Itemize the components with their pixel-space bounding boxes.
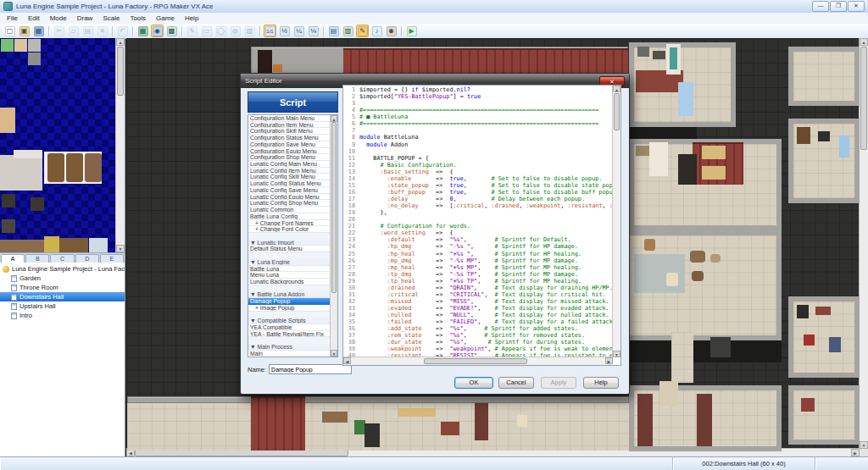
code-line[interactable]: 17 :delay => 0, # Delay between each pop… xyxy=(343,196,612,202)
script-list-scroll-thumb[interactable] xyxy=(331,122,337,293)
tree-root-project[interactable]: Luna Engine Sample Project - Luna Factor… xyxy=(0,264,125,274)
code-line[interactable]: 32 :missed => "MISS", # Text display for… xyxy=(343,298,612,305)
palette-tile[interactable] xyxy=(44,236,59,252)
palette-tile[interactable] xyxy=(0,240,44,252)
menu-draw[interactable]: Draw xyxy=(72,13,98,24)
scroll-up-icon[interactable]: ▲ xyxy=(116,38,125,46)
code-line[interactable]: 33 :evaded => "EVADE!", # Text display f… xyxy=(343,305,612,312)
menu-scale[interactable]: Scale xyxy=(97,13,125,24)
script-list-item[interactable]: Lunatic Config Status Menu xyxy=(248,180,331,187)
code-line[interactable]: 20 xyxy=(343,216,612,223)
region-mode-button[interactable]: ▩ xyxy=(165,25,178,37)
code-line[interactable]: 2$imported["YES-BattlePopup"] = true xyxy=(343,93,612,100)
script-list-item[interactable]: Lunatic Config Item Menu xyxy=(248,168,331,174)
character-generator-button[interactable]: ☻ xyxy=(385,25,398,37)
cancel-button[interactable]: Cancel xyxy=(498,377,534,389)
scroll-right-icon[interactable]: ▶ xyxy=(605,357,613,364)
code-line[interactable]: 30 :drained => "DRAIN", # Text display f… xyxy=(343,285,612,291)
code-line[interactable]: 10 xyxy=(343,148,612,155)
code-line[interactable]: 25 :hp_heal => "+%s ", # Sprintf for HP … xyxy=(343,251,612,257)
script-list-item[interactable]: ▼ Lunatic Import xyxy=(248,240,331,246)
palette-scroll-thumb[interactable] xyxy=(117,47,124,96)
code-line[interactable]: 35 :failed => "FAILED", # Text display f… xyxy=(343,318,612,325)
script-list-item[interactable]: Configuration Shop Menu xyxy=(248,154,331,161)
code-line[interactable]: 24 :hp_dmg => "-%s ", # Sprintf for HP d… xyxy=(343,243,612,250)
scroll-down-icon[interactable]: ▼ xyxy=(116,245,125,252)
code-vertical-scrollbar[interactable]: ▲ ▼ xyxy=(612,86,620,357)
maximize-button[interactable]: ❐ xyxy=(830,1,847,12)
tileset-tab-c[interactable]: C xyxy=(50,254,74,263)
palette-tile[interactable] xyxy=(47,153,64,182)
script-list-item[interactable]: Lunatic Config Skill Menu xyxy=(248,174,331,180)
palette-tile[interactable] xyxy=(59,238,88,252)
scroll-down-icon[interactable]: ▼ xyxy=(331,350,337,357)
sound-test-button[interactable]: ♪ xyxy=(370,25,383,37)
palette-tile[interactable] xyxy=(85,153,102,182)
scroll-down-icon[interactable]: ▼ xyxy=(860,441,868,449)
palette-tile[interactable] xyxy=(28,39,41,52)
script-list-item[interactable]: + Change Font Names xyxy=(248,220,331,227)
playtest-button[interactable]: ▶ xyxy=(405,25,418,37)
zoom-1-2-button[interactable]: ½ xyxy=(278,25,291,37)
palette-tile[interactable] xyxy=(0,108,15,133)
map-hscroll-thumb[interactable] xyxy=(135,450,348,456)
code-line[interactable]: 38 :dur_state => "%s", # Sprintf for dur… xyxy=(343,339,612,346)
code-line[interactable]: 1$imported = {} if $imported.nil? xyxy=(343,86,612,93)
map-vertical-scrollbar[interactable]: ▲ ▼ xyxy=(859,38,868,449)
code-line[interactable]: 19 }, xyxy=(343,209,612,216)
code-line[interactable]: 26 :mp_dmg => "-%s MP", # Sprintf for MP… xyxy=(343,257,612,264)
script-list-item[interactable]: Lunatic Config Main Menu xyxy=(248,161,331,168)
zoom-1-8-button[interactable]: ⅛ xyxy=(307,25,320,37)
close-button[interactable]: ✕ xyxy=(848,1,865,12)
scroll-up-icon[interactable]: ▲ xyxy=(860,38,868,46)
script-list-item[interactable]: + Change Font Color xyxy=(248,226,331,233)
zoom-1-4-button[interactable]: ¼ xyxy=(292,25,305,37)
code-hscroll-thumb[interactable] xyxy=(424,358,527,364)
new-project-button[interactable]: ▢ xyxy=(3,25,16,37)
code-line[interactable]: 21 # Configuration for words. xyxy=(343,223,612,229)
tileset-tab-b[interactable]: B xyxy=(25,254,49,263)
code-line[interactable]: 8module BattleLuna xyxy=(343,134,612,141)
script-list-item-selected[interactable]: Damage Popup xyxy=(248,298,331,305)
save-project-button[interactable]: ▦ xyxy=(32,25,45,37)
tree-item-throne-room[interactable]: Throne Room xyxy=(0,283,125,292)
code-horizontal-scrollbar[interactable]: ◀ ▶ xyxy=(343,357,613,365)
palette-tile[interactable] xyxy=(14,150,42,158)
tree-item-intro[interactable]: Intro xyxy=(0,311,125,320)
code-line[interactable]: 22 :word_setting => { xyxy=(343,229,612,236)
event-mode-button[interactable]: ◉ xyxy=(151,25,164,37)
script-list-item[interactable]: Configuration Status Menu xyxy=(248,135,331,141)
scroll-down-icon[interactable]: ▼ xyxy=(613,351,620,357)
code-line[interactable]: 34 :nulled => "NULL", # Text display for… xyxy=(343,312,612,318)
palette-tile[interactable] xyxy=(1,39,14,52)
palette-tile[interactable] xyxy=(89,238,108,252)
script-list-item[interactable]: Main xyxy=(248,351,331,357)
menu-game[interactable]: Game xyxy=(151,13,180,24)
palette-tile[interactable] xyxy=(0,155,42,191)
script-list-item[interactable]: Configuration Equip Menu xyxy=(248,148,331,155)
code-line[interactable]: 18 :no_delay => [:critical, :drained, :w… xyxy=(343,202,612,209)
script-list-item[interactable]: Lunatic Config Equip Menu xyxy=(248,194,331,201)
script-list-item[interactable]: Menu Luna xyxy=(248,272,331,279)
script-list-item[interactable]: ▼ Compatible Scripts xyxy=(248,318,331,324)
script-list-item[interactable]: YEA Compatible xyxy=(248,324,331,331)
tileset-palette[interactable]: ▲ ▼ xyxy=(0,38,125,252)
code-line[interactable]: 15 :state_popup => true, # Set to false … xyxy=(343,182,612,189)
code-line[interactable]: 28 :tp_dmg => "-%s TP", # Sprintf for MP… xyxy=(343,271,612,278)
code-line[interactable]: 14 :enable => true, # Set to false to di… xyxy=(343,175,612,182)
script-list-item[interactable]: Configuration Main Menu xyxy=(248,115,331,122)
code-line[interactable]: 23 :default => "%s", # Sprintf for Defau… xyxy=(343,236,612,243)
code-vscroll-thumb[interactable] xyxy=(614,93,620,130)
help-button[interactable]: Help xyxy=(583,377,619,389)
script-list-item[interactable]: Default Status Menu xyxy=(248,246,331,252)
script-list-item[interactable]: Lunatic Config Shop Menu xyxy=(248,200,331,207)
code-line[interactable]: 27 :mp_heal => "+%s MP", # Sprintf for M… xyxy=(343,264,612,271)
script-list-item[interactable]: YEA - Battle Revival/Item Fix xyxy=(248,331,331,338)
minimize-button[interactable]: — xyxy=(812,1,829,12)
script-list-item[interactable]: ▼ Battle Luna Addon xyxy=(248,291,331,298)
tree-item-upstairs-hall[interactable]: Upstairs Hall xyxy=(0,301,125,311)
database-button[interactable]: ▤ xyxy=(327,25,340,37)
code-line[interactable]: 4#======================================… xyxy=(343,107,612,113)
code-line[interactable]: 29 :tp_heal => "+%s TP", # Sprintf for M… xyxy=(343,278,612,285)
map-mode-button[interactable]: ▦ xyxy=(136,25,149,37)
